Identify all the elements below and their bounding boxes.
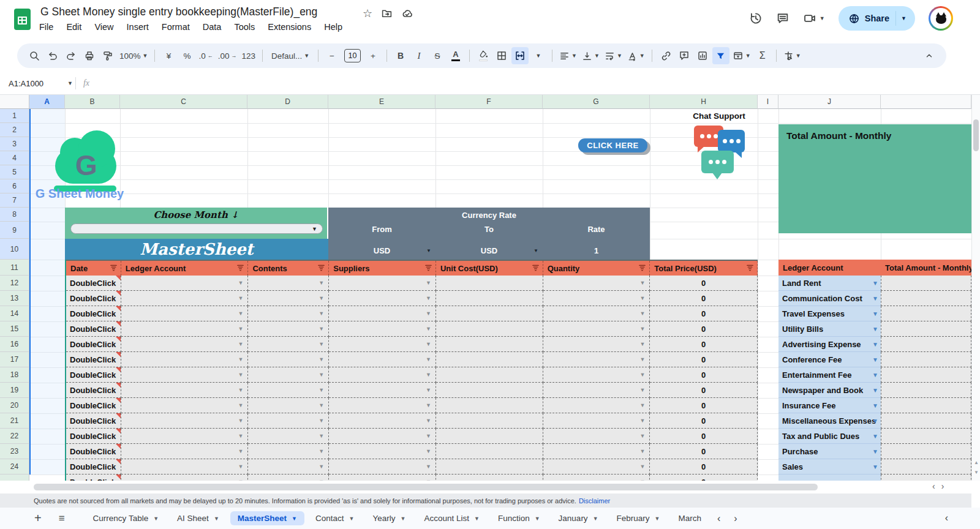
menu-data[interactable]: Data — [203, 22, 222, 32]
format-percent-button[interactable]: % — [178, 47, 195, 64]
cell-dropdown-icon[interactable]: ▼ — [426, 310, 431, 317]
merge-caret[interactable]: ▼ — [530, 47, 547, 64]
filter-funnel-icon[interactable] — [747, 264, 753, 273]
column-header-D[interactable]: D — [247, 95, 328, 109]
sheet-tab-yearly[interactable]: Yearly▼ — [365, 511, 413, 525]
menu-view[interactable]: View — [94, 22, 113, 32]
entry-cell[interactable]: ▼ — [121, 383, 249, 398]
cell-dropdown-icon[interactable]: ▼ — [318, 295, 324, 301]
spreadsheet-grid[interactable]: ABCDEFGHIJ 12345678910111213141516171819… — [0, 95, 980, 481]
row-header-3[interactable]: 3 — [0, 137, 29, 151]
cell-dropdown-icon[interactable]: ▼ — [318, 310, 324, 317]
sheet-tab-february[interactable]: February▼ — [609, 511, 668, 525]
ledger-account-cell[interactable]: Entertainment Fee▼ — [778, 367, 881, 383]
entry-cell[interactable]: DoubleClick — [66, 321, 121, 337]
entry-cell[interactable]: ▼ — [329, 398, 436, 413]
menu-help[interactable]: Help — [324, 22, 342, 32]
fill-color-button[interactable] — [475, 47, 492, 64]
entry-cell[interactable]: ▼ — [248, 429, 329, 444]
create-filter-button[interactable] — [712, 47, 729, 64]
vertical-scrollbar-thumb[interactable] — [973, 119, 979, 151]
tabs-scroll-left-icon[interactable]: ‹ — [717, 513, 720, 524]
format-currency-button[interactable]: ¥ — [160, 47, 177, 64]
entry-cell[interactable]: 0 — [650, 291, 758, 306]
entry-cell[interactable]: ▼ — [543, 475, 650, 481]
row-header-25[interactable] — [0, 475, 29, 481]
ledger-amount-cell[interactable] — [881, 459, 971, 475]
cell-dropdown-icon[interactable]: ▼ — [639, 433, 645, 439]
entry-cell[interactable] — [436, 367, 543, 383]
entry-cell[interactable] — [436, 398, 543, 413]
entry-cell[interactable]: ▼ — [121, 367, 249, 383]
sheets-app-icon[interactable] — [14, 9, 31, 30]
entry-cell[interactable]: ▼ — [248, 337, 329, 352]
cloud-status-icon[interactable] — [401, 7, 413, 20]
entry-cell[interactable]: ▼ — [121, 429, 249, 444]
row-header-9[interactable]: 9 — [0, 222, 29, 239]
move-folder-icon[interactable] — [381, 8, 393, 20]
entry-cell[interactable]: ▼ — [543, 444, 650, 459]
filter-views-button[interactable]: ▼ — [731, 47, 753, 64]
ledger-amount-cell[interactable] — [881, 413, 971, 429]
cell-dropdown-icon[interactable]: ▼ — [238, 463, 244, 470]
ledger-dropdown-icon[interactable]: ▼ — [872, 295, 878, 302]
entry-cell[interactable]: DoubleClick — [66, 383, 121, 398]
entry-cell[interactable] — [436, 444, 543, 459]
tabs-scroll-right-icon[interactable]: › — [734, 513, 737, 524]
filter-funnel-icon[interactable] — [110, 264, 117, 273]
entry-cell[interactable]: ▼ — [121, 276, 249, 291]
italic-button[interactable]: I — [410, 47, 428, 64]
row-header-12[interactable]: 12 — [0, 276, 29, 291]
entry-cell[interactable]: ▼ — [543, 337, 650, 352]
cell-dropdown-icon[interactable]: ▼ — [318, 463, 324, 470]
cell-dropdown-icon[interactable]: ▼ — [426, 463, 431, 470]
ledger-account-cell[interactable]: Travel Expenses▼ — [778, 306, 881, 321]
share-caret-icon[interactable]: ▼ — [901, 15, 907, 21]
entry-cell[interactable]: ▼ — [329, 475, 436, 481]
account-avatar[interactable] — [929, 6, 953, 31]
ledger-account-cell[interactable]: Utility Bills▼ — [778, 321, 881, 337]
entry-cell[interactable]: ▼ — [121, 398, 249, 413]
increase-decimal-button[interactable]: .00→ — [216, 47, 239, 64]
column-header-B[interactable]: B — [65, 95, 120, 109]
column-filter-header[interactable]: Total Price(USD) — [650, 261, 758, 276]
ledger-account-cell[interactable]: Communication Cost▼ — [778, 291, 881, 306]
entry-cell[interactable]: ▼ — [248, 352, 329, 367]
column-filter-header[interactable]: Unit Cost(USD) — [436, 261, 543, 276]
hide-toolbar-button[interactable] — [921, 47, 938, 64]
ledger-account-cell[interactable]: Tax and Public Dues▼ — [778, 429, 881, 444]
cell-dropdown-icon[interactable]: ▼ — [318, 326, 324, 332]
row-header-20[interactable]: 20 — [0, 398, 29, 413]
cell-dropdown-icon[interactable]: ▼ — [318, 387, 324, 393]
cell-dropdown-icon[interactable]: ▼ — [238, 402, 244, 408]
collapse-panel-icon[interactable]: ‹ — [945, 512, 948, 523]
font-size-input[interactable]: 10 — [344, 49, 361, 62]
entry-cell[interactable]: 0 — [650, 444, 758, 459]
strikethrough-button[interactable]: S — [429, 47, 446, 64]
ledger-account-cell[interactable]: Newspaper and Book▼ — [778, 383, 881, 398]
functions-button[interactable]: Σ — [754, 47, 771, 64]
ledger-dropdown-icon[interactable]: ▼ — [872, 326, 878, 332]
column-filter-header[interactable]: Ledger Account — [121, 261, 249, 276]
cell-dropdown-icon[interactable]: ▼ — [238, 326, 244, 332]
ledger-account-cell[interactable]: Conference Fee▼ — [778, 352, 881, 367]
column-filter-header[interactable]: Contents — [248, 261, 329, 276]
row-header-19[interactable]: 19 — [0, 383, 29, 398]
cell-dropdown-icon[interactable]: ▼ — [426, 448, 431, 454]
insert-link-button[interactable] — [657, 47, 674, 64]
ledger-amount-cell[interactable] — [881, 352, 971, 367]
ledger-dropdown-icon[interactable]: ▼ — [872, 387, 878, 394]
entry-cell[interactable]: ▼ — [543, 352, 650, 367]
ledger-amount-cell[interactable] — [881, 444, 971, 459]
column-header-H[interactable]: H — [650, 95, 758, 109]
ledger-amount-cell[interactable] — [881, 306, 971, 321]
entry-cell[interactable]: ▼ — [329, 306, 436, 321]
ledger-amount-cell[interactable] — [881, 429, 971, 444]
column-header-A[interactable]: A — [29, 95, 65, 109]
horizontal-scrollbar-thumb[interactable] — [34, 484, 818, 490]
entry-cell[interactable]: 0 — [650, 398, 758, 413]
entry-cell[interactable] — [436, 383, 543, 398]
cell-dropdown-icon[interactable]: ▼ — [318, 280, 324, 286]
cell-dropdown-icon[interactable]: ▼ — [639, 310, 645, 317]
sheet-tab-function[interactable]: Function▼ — [491, 511, 548, 525]
